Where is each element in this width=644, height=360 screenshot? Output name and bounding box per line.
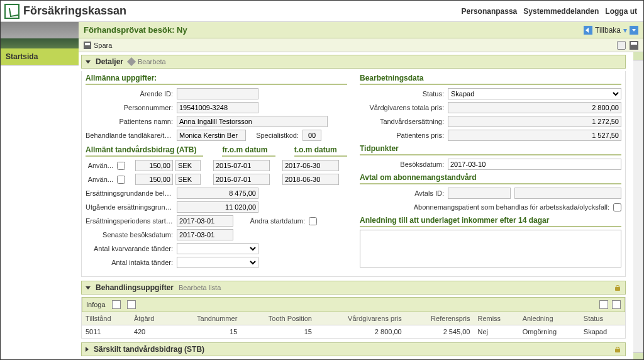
label-antal-kvar: Antal kvarvarande tänder:: [86, 245, 177, 252]
select-antal-intakta[interactable]: [177, 257, 258, 268]
col-anledning[interactable]: Anledning: [519, 312, 580, 325]
col-tandnr[interactable]: Tandnummer: [171, 312, 241, 325]
group-reason: Anledning till att underlaget inkommer e…: [360, 216, 621, 227]
lock-icon: [614, 346, 621, 353]
atb1-to[interactable]: [282, 160, 339, 171]
reason-textarea[interactable]: [360, 230, 621, 267]
expand-icon[interactable]: [86, 347, 89, 352]
print-icon[interactable]: [630, 41, 638, 50]
label-ers-start: Ersättningsperiodens startda...: [86, 217, 177, 225]
menu-dropdown-icon[interactable]: [630, 26, 638, 35]
input-utgaende[interactable]: [177, 201, 258, 213]
input-patient-price[interactable]: [448, 130, 621, 141]
input-reimb[interactable]: [448, 116, 621, 127]
label-patient-price: Patientens pris:: [360, 132, 448, 139]
input-ers-belopp[interactable]: [177, 188, 258, 199]
col-status[interactable]: Status: [580, 312, 625, 325]
select-antal-kvar[interactable]: [177, 243, 258, 254]
collapse-icon[interactable]: [86, 286, 91, 290]
edit-details-link[interactable]: Bearbeta: [128, 58, 166, 65]
nav-image: [1, 22, 79, 48]
brand-name: Försäkringskassan: [23, 4, 126, 18]
input-specialist[interactable]: [303, 130, 321, 141]
edit-treatment-link[interactable]: Bearbeta lista: [179, 284, 221, 291]
atb1-from[interactable]: [213, 160, 270, 171]
label-abonn: Abonnemangspatient som behandlas för arb…: [360, 203, 613, 211]
insert-button[interactable]: Infoga: [86, 301, 106, 308]
tools-icon[interactable]: [617, 41, 626, 50]
col-remiss[interactable]: Remiss: [474, 312, 518, 325]
label-utgaende: Utgående ersättningsgrunda...: [86, 203, 177, 211]
table-row[interactable]: 5011 420 15 15 2 800,00 2 545,00 Nej Omg…: [82, 325, 625, 339]
atb1-currency[interactable]: [175, 160, 201, 171]
label-ers-belopp: Ersättningsgrundande belopp:: [86, 189, 177, 197]
group-timepoints: Tidpunkter: [360, 144, 621, 155]
col-refprice[interactable]: Referenspris: [406, 312, 474, 325]
system-messages-link[interactable]: Systemmeddelanden: [523, 7, 599, 16]
label-senaste: Senaste besöksdatum:: [86, 231, 177, 239]
input-total-price[interactable]: [448, 102, 621, 113]
input-patient-name[interactable]: [177, 116, 328, 127]
col-atgard[interactable]: Åtgärd: [130, 312, 171, 325]
label-specialist: Specialistkod:: [246, 132, 303, 139]
group-agreement: Avtal om abonnemangstandvård: [360, 173, 621, 184]
label-anvand1: Använ...: [86, 162, 117, 169]
back-button[interactable]: Tillbaka ▾: [584, 26, 627, 35]
atb-from-title: fr.o.m datum: [222, 145, 275, 157]
atb2-from[interactable]: [213, 174, 270, 185]
input-personnummer[interactable]: [177, 102, 258, 113]
label-total-price: Vårdgivarens totala pris:: [360, 104, 448, 111]
check-anvand1[interactable]: [117, 162, 125, 170]
label-anvand2: Använ...: [86, 176, 117, 183]
label-besok: Besöksdatum:: [360, 160, 448, 168]
copy-icon[interactable]: [127, 300, 136, 309]
settings-icon[interactable]: [612, 300, 621, 309]
input-avtal-id[interactable]: [448, 188, 511, 199]
brand-logo: [4, 4, 19, 19]
label-reimb: Tandvårdsersättning:: [360, 118, 448, 125]
label-patient-name: Patientens namn:: [86, 118, 177, 125]
input-ers-start[interactable]: [177, 215, 233, 227]
label-avtal-id: Avtals ID:: [360, 189, 448, 197]
check-andra-start[interactable]: [309, 217, 317, 225]
section-head-stb[interactable]: Särskilt tandvårdsbidrag (STB): [81, 342, 626, 356]
save-icon: [84, 42, 91, 49]
check-abonn[interactable]: [613, 203, 621, 211]
section-title-details: Detaljer: [96, 57, 123, 66]
input-arende-id[interactable]: [177, 88, 258, 99]
logout-link[interactable]: Logga ut: [605, 7, 637, 16]
label-personnummer: Personnummer:: [86, 104, 177, 111]
save-button[interactable]: Spara: [94, 42, 112, 49]
input-dentist[interactable]: [177, 130, 246, 141]
label-dentist: Behandlande tandläkare/tan...: [86, 132, 177, 139]
col-toothpos[interactable]: Tooth Position: [241, 312, 316, 325]
sidebar-item-start[interactable]: Startsida: [1, 48, 79, 65]
group-processing: Bearbetningsdata: [360, 74, 621, 85]
pencil-icon: [127, 57, 136, 66]
section-head-treatment[interactable]: Behandlingsuppgifter Bearbeta lista: [81, 281, 626, 295]
select-status[interactable]: Skapad: [448, 88, 621, 99]
section-title-treatment: Behandlingsuppgifter: [96, 283, 174, 292]
atb2-amount[interactable]: [135, 174, 173, 185]
atb1-amount[interactable]: [135, 160, 173, 171]
section-title-stb: Särskilt tandvårdsbidrag (STB): [94, 345, 204, 354]
personalize-link[interactable]: Personanpassa: [462, 7, 518, 16]
back-label: Tillbaka: [595, 26, 621, 35]
atb2-currency[interactable]: [175, 174, 201, 185]
delete-icon[interactable]: [112, 300, 121, 309]
section-head-details[interactable]: Detaljer Bearbeta: [81, 55, 626, 69]
collapse-icon[interactable]: [86, 60, 91, 64]
input-avtal-desc[interactable]: [514, 188, 621, 199]
atb-to-title: t.o.m datum: [294, 145, 347, 157]
col-price[interactable]: Vårdgivarens pris: [316, 312, 406, 325]
label-arende-id: Ärende ID:: [86, 90, 177, 98]
check-anvand2[interactable]: [117, 176, 125, 184]
lock-icon: [614, 284, 621, 291]
atb2-to[interactable]: [282, 174, 339, 185]
export-icon[interactable]: [599, 300, 608, 309]
col-tillstand[interactable]: Tillstånd: [82, 312, 130, 325]
back-icon: [584, 26, 592, 35]
group-general: Allmänna uppgifter:: [86, 74, 347, 85]
input-besok[interactable]: [448, 159, 621, 170]
input-senaste[interactable]: [177, 229, 233, 240]
